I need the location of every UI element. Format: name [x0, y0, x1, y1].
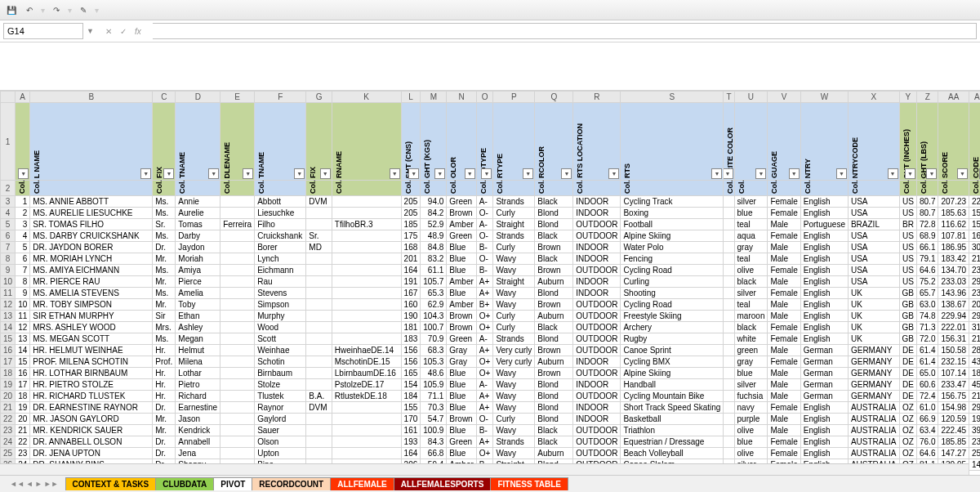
tab-nav-last-icon[interactable]: ►► — [44, 480, 59, 488]
cell[interactable]: English — [800, 196, 848, 208]
cell[interactable]: 84.8 — [421, 242, 447, 253]
cell[interactable] — [220, 299, 255, 311]
cell[interactable]: Curly — [493, 242, 535, 253]
cell[interactable]: silver — [734, 379, 768, 391]
filter-header-cell[interactable]: ▼ — [734, 103, 768, 181]
cell[interactable]: Male — [768, 299, 800, 311]
cell[interactable]: OUTDOOR — [573, 322, 621, 333]
cell[interactable]: 21 — [16, 425, 30, 436]
cell[interactable]: Dr. — [153, 436, 176, 448]
cell[interactable]: Female — [768, 288, 800, 299]
cell[interactable] — [724, 322, 734, 333]
cell[interactable]: Amiya — [176, 265, 220, 276]
save-icon[interactable]: 💾 — [5, 3, 18, 16]
cell[interactable]: OUTDOOR — [573, 333, 621, 345]
cell[interactable]: A+ — [476, 345, 493, 356]
cell[interactable]: Blond — [535, 208, 573, 219]
cell[interactable]: English — [800, 322, 848, 333]
cell[interactable]: Olson — [255, 436, 306, 448]
filter-header-cell[interactable]: CODE▼ — [969, 103, 980, 181]
cell[interactable]: 5 — [16, 242, 30, 253]
row-header[interactable]: 9 — [1, 265, 16, 276]
row-header[interactable]: 4 — [1, 208, 16, 219]
cell[interactable]: Water Polo — [621, 242, 724, 253]
cell[interactable]: Blue — [447, 402, 476, 414]
cell[interactable]: UK — [848, 333, 899, 345]
filter-header-cell[interactable]: SCORE▼ — [938, 103, 969, 181]
cell[interactable]: Wavy — [493, 368, 535, 379]
cell[interactable]: B- — [476, 425, 493, 436]
cell[interactable]: AUSTRALIA — [848, 448, 899, 459]
column-header[interactable]: L — [401, 92, 421, 103]
column-header[interactable]: T — [724, 92, 734, 103]
cell[interactable]: Wavy — [493, 448, 535, 459]
cell[interactable]: Earnestine — [176, 402, 220, 414]
cell[interactable] — [306, 208, 332, 219]
cell[interactable]: Black — [535, 196, 573, 208]
cell[interactable]: 9 — [16, 288, 30, 299]
cell[interactable]: Amber — [447, 299, 476, 311]
cell[interactable]: navy — [734, 402, 768, 414]
cell[interactable]: blue — [734, 368, 768, 379]
cell[interactable]: Auburn — [535, 276, 573, 288]
cell[interactable]: 143.96 — [938, 288, 969, 299]
cell[interactable] — [332, 402, 401, 414]
filter-dropdown-icon[interactable]: ▼ — [434, 168, 445, 179]
cell[interactable]: English — [800, 414, 848, 425]
cell[interactable]: 84.3 — [421, 436, 447, 448]
cell[interactable]: 84.2 — [421, 208, 447, 219]
cell[interactable]: OZ — [899, 402, 916, 414]
cell[interactable]: Mr. — [153, 276, 176, 288]
cell[interactable]: Aurelie — [176, 208, 220, 219]
cell[interactable] — [332, 448, 401, 459]
column-header[interactable]: AB — [969, 92, 980, 103]
column-header[interactable]: Y — [899, 92, 916, 103]
cell[interactable]: USA — [848, 230, 899, 242]
cell[interactable]: 229.94 — [938, 311, 969, 322]
cell[interactable]: Ethan — [176, 311, 220, 322]
cell[interactable]: English — [800, 311, 848, 322]
cell[interactable]: black — [734, 276, 768, 288]
cell[interactable]: Birnbaum — [255, 368, 306, 379]
cell[interactable]: OUTDOOR — [573, 265, 621, 276]
filter-header-cell[interactable]: RTS LOCATION▼ — [573, 103, 621, 181]
cell[interactable]: Male — [768, 311, 800, 322]
cell[interactable]: 52.9 — [421, 219, 447, 230]
cell[interactable]: Blue — [447, 391, 476, 402]
cell[interactable]: HR. RICHARD TLUSTEK — [30, 391, 153, 402]
cell[interactable]: Cycling Mountain Bike — [621, 391, 724, 402]
cell[interactable]: 94.0 — [421, 196, 447, 208]
cell[interactable]: MRS. ASHLEY WOOD — [30, 322, 153, 333]
column-header[interactable]: F — [255, 92, 306, 103]
filter-dropdown-icon[interactable]: ▼ — [836, 168, 847, 179]
cell[interactable]: English — [800, 208, 848, 219]
sheet-tab[interactable]: ALLFEMALESPORTS — [394, 477, 492, 490]
cell[interactable]: DE — [899, 368, 916, 379]
cell[interactable]: B.A. — [306, 391, 332, 402]
cell[interactable]: Blue — [447, 242, 476, 253]
cell[interactable]: Amber — [447, 276, 476, 288]
cell[interactable] — [220, 391, 255, 402]
cell[interactable]: Brown — [535, 242, 573, 253]
cell[interactable]: AUSTRALIA — [848, 425, 899, 436]
cell[interactable]: INDOOR — [573, 379, 621, 391]
cell[interactable] — [332, 414, 401, 425]
cell[interactable]: Schotin — [255, 356, 306, 368]
cell[interactable]: MS. ANNIE ABBOTT — [30, 196, 153, 208]
cell[interactable]: HR. LOTHAR BIRNBAUM — [30, 368, 153, 379]
cell[interactable]: UK — [848, 299, 899, 311]
cell[interactable] — [724, 265, 734, 276]
cell[interactable]: Strands — [493, 333, 535, 345]
filter-dropdown-icon[interactable]: ▼ — [789, 168, 800, 179]
cell[interactable]: 71.1 — [421, 391, 447, 402]
filter-header-cell[interactable]: ODTYPE▼ — [476, 103, 493, 181]
cell[interactable]: 185.63 — [938, 208, 969, 219]
cell[interactable] — [220, 196, 255, 208]
cell[interactable]: Dr. — [153, 242, 176, 253]
cell[interactable]: 150.58 — [938, 345, 969, 356]
cell[interactable]: 12 — [16, 322, 30, 333]
cell[interactable]: Gray — [447, 345, 476, 356]
cell[interactable]: A- — [476, 196, 493, 208]
cell[interactable]: Female — [768, 402, 800, 414]
cell[interactable]: GB — [899, 322, 916, 333]
